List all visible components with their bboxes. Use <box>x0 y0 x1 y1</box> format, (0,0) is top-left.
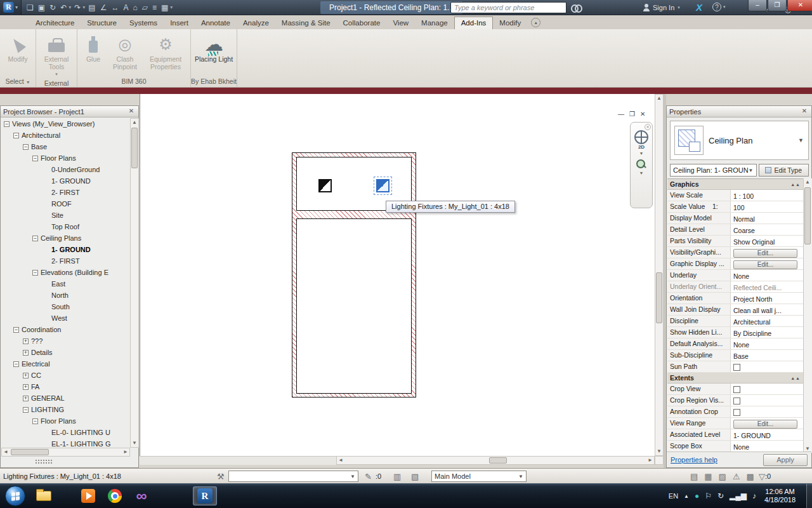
edit-button[interactable]: Edit... <box>733 249 797 258</box>
tree-item[interactable]: −Electrical <box>1 358 122 370</box>
properties-header[interactable]: Properties <box>667 106 811 117</box>
show-desktop-button[interactable] <box>806 484 812 508</box>
help-search-input[interactable] <box>450 2 566 13</box>
tree-collapse-icon[interactable]: − <box>32 156 38 161</box>
tree-expand-icon[interactable]: + <box>23 350 29 356</box>
taskbar-clock[interactable]: 12:06 AM 4/18/2018 <box>764 488 796 504</box>
property-value[interactable]: 1 : 100 <box>731 190 803 201</box>
section-collapse-icon[interactable]: ▲▲ <box>790 182 801 187</box>
tab-manage[interactable]: Manage <box>415 17 454 29</box>
property-section-extents[interactable]: Extents▲▲ <box>667 373 803 384</box>
tab-architecture[interactable]: Architecture <box>29 17 81 29</box>
tab-insert[interactable]: Insert <box>164 17 195 29</box>
tree-item[interactable]: +??? <box>1 335 122 347</box>
tab-systems[interactable]: Systems <box>123 17 164 29</box>
tree-item[interactable]: 2- FIRST <box>1 255 122 267</box>
property-value[interactable] <box>731 384 803 394</box>
room-bottom-interior[interactable] <box>296 218 412 394</box>
property-value[interactable] <box>731 395 803 406</box>
lighting-fixture-selected[interactable] <box>376 179 390 192</box>
tree-item[interactable]: −Floor Plans <box>1 415 122 427</box>
tree-item[interactable]: +Details <box>1 347 122 358</box>
tree-expand-icon[interactable]: + <box>23 396 29 401</box>
tab-collaborate[interactable]: Collaborate <box>337 17 387 29</box>
property-value[interactable]: Show Original <box>731 236 803 246</box>
close-button[interactable]: ✕ <box>787 0 812 11</box>
instance-selector-combo[interactable]: Ceiling Plan: 1- GROUN ▼ <box>670 164 757 177</box>
show-hidden-icons-icon[interactable]: ▲ <box>684 493 689 499</box>
minimize-button[interactable]: – <box>748 0 767 11</box>
undo-icon[interactable]: ↶ <box>59 1 68 14</box>
view-restore-icon[interactable]: ❐ <box>629 110 635 117</box>
scroll-up-icon[interactable]: ▲ <box>804 178 811 186</box>
wheel-options-caret-icon[interactable]: ▼ <box>631 151 652 156</box>
tree-item[interactable]: +CC <box>1 370 122 381</box>
taskbar-chrome-button[interactable] <box>103 486 127 505</box>
link-icon[interactable]: ▧ <box>411 471 419 482</box>
properties-close-icon[interactable] <box>800 107 809 116</box>
canvas-horizontal-scrollbar[interactable]: ◄ ► <box>336 456 655 465</box>
placing-light-button[interactable]: Placing Light <box>194 31 233 76</box>
aligned-dimension-icon[interactable]: ↔ <box>110 1 120 14</box>
tab-annotate[interactable]: Annotate <box>195 17 237 29</box>
steering-wheel-icon[interactable] <box>634 130 648 144</box>
property-value[interactable]: None <box>731 441 803 451</box>
property-value[interactable]: Edit... <box>731 258 803 269</box>
ribbon-display-toggle[interactable]: ▲ <box>531 18 540 27</box>
section-collapse-icon[interactable]: ▲▲ <box>790 376 801 380</box>
scrollbar-thumb[interactable] <box>11 449 49 455</box>
measure-icon[interactable]: ∠ <box>99 1 108 14</box>
tree-expand-icon[interactable]: + <box>23 373 29 378</box>
tree-item[interactable]: Site <box>1 210 122 221</box>
select-pinned-icon[interactable]: ⚠ <box>733 472 740 481</box>
section-icon[interactable]: ▱ <box>141 1 149 14</box>
undo-caret-icon[interactable]: ▾ <box>69 4 71 10</box>
redo-caret-icon[interactable]: ▾ <box>82 4 85 10</box>
switch-windows-icon[interactable]: ▦ <box>160 1 169 14</box>
tree-item[interactable]: East <box>1 278 122 290</box>
tree-collapse-icon[interactable]: − <box>32 236 38 241</box>
exchange-apps-icon[interactable]: X <box>696 2 702 13</box>
property-value[interactable]: Clean all wall j... <box>731 304 803 315</box>
tree-item[interactable]: −Floor Plans <box>1 152 122 164</box>
select-underlay-icon[interactable]: ▨ <box>719 472 726 481</box>
tree-item[interactable]: South <box>1 301 122 312</box>
panel-caret-icon[interactable]: ▼ <box>26 80 30 84</box>
volume-icon[interactable]: ♪ <box>752 491 756 500</box>
tree-item[interactable]: −LIGHTING <box>1 404 122 415</box>
scroll-left-icon[interactable]: ◄ <box>2 448 10 456</box>
scrollbar-thumb[interactable] <box>131 128 138 168</box>
scroll-up-icon[interactable]: ▲ <box>131 119 138 126</box>
print-icon[interactable]: ▤ <box>87 1 96 14</box>
switch-windows-caret-icon[interactable]: ▾ <box>170 4 173 10</box>
drag-on-selection-icon[interactable]: ▩ <box>747 472 754 481</box>
tab-structure[interactable]: Structure <box>81 17 123 29</box>
panel-splitter-handle[interactable] <box>35 459 53 465</box>
tree-item[interactable]: −Architectural <box>1 130 122 141</box>
tree-item[interactable]: 1- GROUND <box>1 244 122 255</box>
tree-collapse-icon[interactable]: − <box>23 407 29 413</box>
tree-collapse-icon[interactable]: − <box>13 133 19 138</box>
tree-item[interactable]: 0-UnderGround <box>1 164 122 175</box>
property-value[interactable]: Edit... <box>731 418 803 429</box>
navigation-bar-close-icon[interactable] <box>645 124 651 130</box>
tree-item[interactable]: −Ceiling Plans <box>1 232 122 244</box>
redo-icon[interactable]: ↷ <box>73 1 82 14</box>
tree-expand-icon[interactable]: + <box>23 338 29 344</box>
taskbar-revit-button[interactable]: R <box>193 486 217 505</box>
edit-button[interactable]: Edit... <box>733 260 797 269</box>
design-option-combo[interactable]: Main Model▼ <box>431 471 527 482</box>
scrollbar-thumb[interactable] <box>804 187 811 244</box>
tree-item[interactable]: West <box>1 312 122 324</box>
checkbox[interactable] <box>733 398 740 404</box>
tree-horizontal-scrollbar[interactable]: ◄ ► <box>1 448 130 457</box>
action-center-flag-icon[interactable]: ⚐ <box>705 491 712 500</box>
tree-item[interactable]: 1- GROUND <box>1 175 122 187</box>
zoom-options-caret-icon[interactable]: ▼ <box>631 171 652 175</box>
scroll-right-icon[interactable]: ► <box>646 457 654 464</box>
tree-item[interactable]: +FA <box>1 381 122 392</box>
tree-item[interactable]: 2- FIRST <box>1 187 122 198</box>
property-section-graphics[interactable]: Graphics▲▲ <box>667 179 803 190</box>
exclude-options-icon[interactable]: ▤ <box>690 472 698 481</box>
taskbar-visual-studio-button[interactable]: ∞ <box>129 486 154 505</box>
